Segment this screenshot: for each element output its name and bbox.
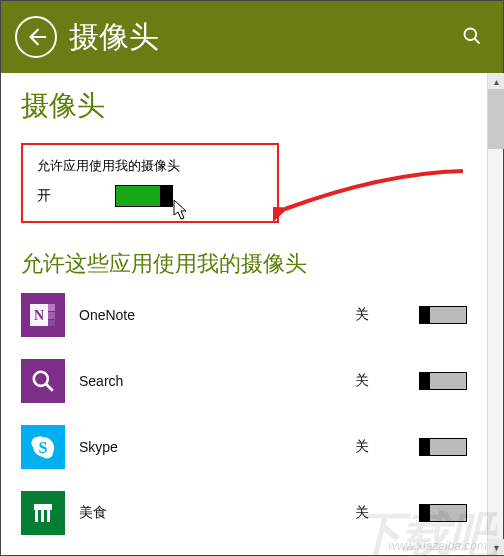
app-row: Search 关 [21,359,467,403]
toggle-knob [419,372,430,390]
skype-icon: S [21,425,65,469]
master-toggle[interactable] [115,185,173,207]
cursor-icon [173,199,189,221]
app-name-label: Search [79,373,355,389]
svg-line-1 [475,39,480,44]
master-toggle-label: 允许应用使用我的摄像头 [37,157,263,175]
toggle-knob [419,306,430,324]
svg-point-7 [34,372,48,386]
app-name-label: 美食 [79,504,355,522]
app-name-label: Skype [79,439,355,455]
svg-line-8 [46,384,53,391]
section-heading: 摄像头 [21,87,467,125]
content: 摄像头 允许应用使用我的摄像头 开 允许这些应用使用我的摄像头 N OneNot… [1,73,487,555]
svg-rect-13 [34,504,52,510]
scroll-down-button[interactable]: ▾ [488,539,504,555]
toggle-knob [419,438,430,456]
scroll-thumb[interactable] [488,89,504,149]
toggle-knob [160,185,173,207]
app-state-label: 关 [355,372,409,390]
app-row: S Skype 关 [21,425,467,469]
page-title: 摄像头 [69,17,159,58]
master-toggle-box: 允许应用使用我的摄像头 开 [21,143,279,223]
svg-text:S: S [39,439,48,456]
svg-rect-3 [48,304,55,311]
app-list: N OneNote 关 Search 关 [21,293,467,555]
app-row: 美食 关 [21,491,467,535]
back-button[interactable] [15,16,57,58]
search-app-icon [21,359,65,403]
app-toggle[interactable] [419,438,467,456]
app-toggle[interactable] [419,504,467,522]
header: 摄像头 [1,1,503,73]
onenote-icon: N [21,293,65,337]
svg-rect-4 [48,312,55,319]
svg-text:N: N [34,308,44,323]
app-state-label: 关 [355,504,409,522]
master-toggle-state: 开 [37,187,115,205]
svg-point-0 [465,29,477,41]
search-icon [462,26,482,46]
app-name-label: OneNote [79,307,355,323]
apps-heading: 允许这些应用使用我的摄像头 [21,249,467,279]
search-button[interactable] [461,25,483,47]
food-icon [21,491,65,535]
vertical-scrollbar[interactable]: ▴ ▾ [487,73,503,555]
app-toggle[interactable] [419,372,467,390]
app-state-label: 关 [355,438,409,456]
svg-rect-5 [48,320,55,326]
app-toggle[interactable] [419,306,467,324]
app-row: N OneNote 关 [21,293,467,337]
scroll-up-button[interactable]: ▴ [488,73,504,89]
app-state-label: 关 [355,306,409,324]
back-arrow-icon [25,26,47,48]
toggle-knob [419,504,430,522]
